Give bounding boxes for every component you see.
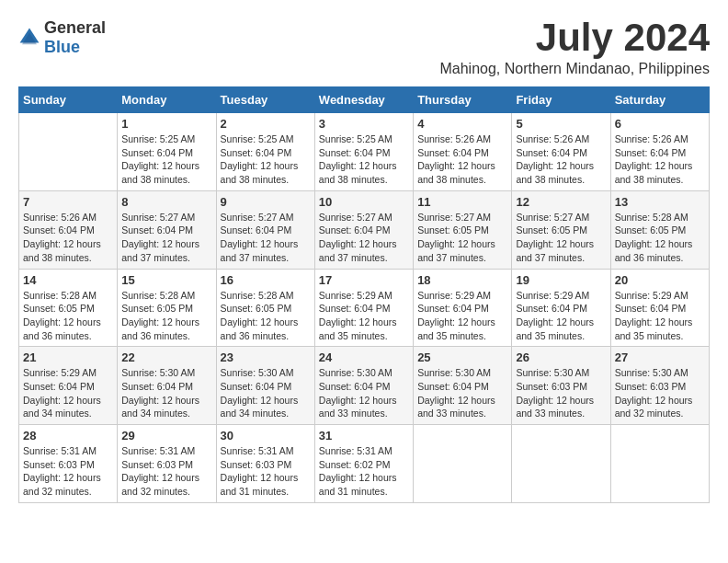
calendar-body: 1Sunrise: 5:25 AM Sunset: 6:04 PM Daylig…	[19, 113, 710, 503]
calendar-cell: 5Sunrise: 5:26 AM Sunset: 6:04 PM Daylig…	[512, 113, 610, 191]
calendar-cell: 15Sunrise: 5:28 AM Sunset: 6:05 PM Dayli…	[118, 269, 216, 347]
day-number: 21	[23, 350, 113, 364]
calendar-header-row: SundayMondayTuesdayWednesdayThursdayFrid…	[19, 87, 710, 113]
calendar-cell: 14Sunrise: 5:28 AM Sunset: 6:05 PM Dayli…	[19, 269, 118, 347]
calendar-cell: 26Sunrise: 5:30 AM Sunset: 6:03 PM Dayli…	[512, 347, 610, 425]
location-title: Mahinog, Northern Mindanao, Philippines	[439, 61, 710, 77]
day-number: 6	[615, 117, 705, 131]
day-info: Sunrise: 5:28 AM Sunset: 6:05 PM Dayligh…	[23, 289, 113, 343]
day-info: Sunrise: 5:29 AM Sunset: 6:04 PM Dayligh…	[319, 289, 409, 343]
day-number: 26	[516, 350, 606, 364]
day-info: Sunrise: 5:28 AM Sunset: 6:05 PM Dayligh…	[221, 289, 311, 343]
calendar-cell: 27Sunrise: 5:30 AM Sunset: 6:03 PM Dayli…	[610, 347, 709, 425]
logo-icon	[18, 27, 40, 49]
day-number: 18	[417, 273, 507, 287]
calendar-cell: 31Sunrise: 5:31 AM Sunset: 6:02 PM Dayli…	[314, 425, 413, 503]
day-info: Sunrise: 5:26 AM Sunset: 6:04 PM Dayligh…	[417, 132, 507, 187]
day-number: 7	[23, 195, 113, 209]
day-of-week-header: Tuesday	[216, 87, 314, 113]
day-number: 17	[319, 273, 409, 287]
day-info: Sunrise: 5:31 AM Sunset: 6:03 PM Dayligh…	[121, 444, 211, 499]
calendar-cell: 9Sunrise: 5:27 AM Sunset: 6:04 PM Daylig…	[216, 190, 314, 269]
day-number: 4	[417, 117, 507, 131]
title-section: July 2024 Mahinog, Northern Mindanao, Ph…	[439, 18, 710, 77]
day-info: Sunrise: 5:26 AM Sunset: 6:04 PM Dayligh…	[23, 211, 113, 265]
calendar-cell: 13Sunrise: 5:28 AM Sunset: 6:05 PM Dayli…	[610, 190, 709, 269]
calendar-cell: 22Sunrise: 5:30 AM Sunset: 6:04 PM Dayli…	[118, 347, 216, 425]
calendar-cell: 19Sunrise: 5:29 AM Sunset: 6:04 PM Dayli…	[512, 269, 610, 347]
day-info: Sunrise: 5:29 AM Sunset: 6:04 PM Dayligh…	[23, 366, 113, 420]
day-info: Sunrise: 5:26 AM Sunset: 6:04 PM Dayligh…	[516, 132, 606, 187]
page-header: General Blue July 2024 Mahinog, Northern…	[18, 18, 710, 77]
day-number: 28	[23, 429, 113, 442]
calendar-cell: 11Sunrise: 5:27 AM Sunset: 6:05 PM Dayli…	[414, 190, 512, 269]
day-number: 5	[516, 117, 606, 131]
day-info: Sunrise: 5:28 AM Sunset: 6:05 PM Dayligh…	[121, 289, 211, 343]
day-info: Sunrise: 5:29 AM Sunset: 6:04 PM Dayligh…	[615, 289, 705, 343]
calendar-cell: 3Sunrise: 5:25 AM Sunset: 6:04 PM Daylig…	[314, 113, 413, 191]
calendar-cell: 10Sunrise: 5:27 AM Sunset: 6:04 PM Dayli…	[314, 190, 413, 269]
day-number: 31	[319, 429, 409, 442]
calendar-cell	[19, 113, 118, 191]
logo-general: General	[44, 18, 106, 37]
calendar-cell: 2Sunrise: 5:25 AM Sunset: 6:04 PM Daylig…	[216, 113, 314, 191]
day-info: Sunrise: 5:25 AM Sunset: 6:04 PM Dayligh…	[121, 132, 211, 187]
day-of-week-header: Wednesday	[314, 87, 413, 113]
day-info: Sunrise: 5:27 AM Sunset: 6:05 PM Dayligh…	[417, 211, 507, 265]
day-info: Sunrise: 5:30 AM Sunset: 6:04 PM Dayligh…	[121, 366, 211, 420]
day-number: 13	[615, 195, 705, 209]
day-of-week-header: Monday	[118, 87, 216, 113]
day-of-week-header: Friday	[512, 87, 610, 113]
day-number: 9	[221, 195, 311, 209]
day-info: Sunrise: 5:29 AM Sunset: 6:04 PM Dayligh…	[516, 289, 606, 343]
day-info: Sunrise: 5:26 AM Sunset: 6:04 PM Dayligh…	[615, 132, 705, 187]
calendar-cell: 29Sunrise: 5:31 AM Sunset: 6:03 PM Dayli…	[118, 425, 216, 503]
day-info: Sunrise: 5:28 AM Sunset: 6:05 PM Dayligh…	[615, 211, 705, 265]
calendar-week-row: 1Sunrise: 5:25 AM Sunset: 6:04 PM Daylig…	[19, 113, 710, 191]
day-of-week-header: Saturday	[610, 87, 709, 113]
calendar-cell: 24Sunrise: 5:30 AM Sunset: 6:04 PM Dayli…	[314, 347, 413, 425]
day-number: 24	[319, 350, 409, 364]
day-number: 30	[221, 429, 311, 442]
month-title: July 2024	[439, 18, 710, 57]
day-info: Sunrise: 5:30 AM Sunset: 6:04 PM Dayligh…	[319, 366, 409, 420]
day-number: 15	[121, 273, 211, 287]
calendar-week-row: 28Sunrise: 5:31 AM Sunset: 6:03 PM Dayli…	[19, 425, 710, 503]
calendar-cell: 17Sunrise: 5:29 AM Sunset: 6:04 PM Dayli…	[314, 269, 413, 347]
calendar-cell: 30Sunrise: 5:31 AM Sunset: 6:03 PM Dayli…	[216, 425, 314, 503]
day-number: 11	[417, 195, 507, 209]
calendar-cell	[610, 425, 709, 503]
calendar-cell: 16Sunrise: 5:28 AM Sunset: 6:05 PM Dayli…	[216, 269, 314, 347]
day-number: 2	[221, 117, 311, 131]
day-number: 20	[615, 273, 705, 287]
day-of-week-header: Thursday	[414, 87, 512, 113]
day-number: 10	[319, 195, 409, 209]
logo: General Blue	[18, 18, 106, 57]
day-number: 1	[121, 117, 211, 131]
calendar-week-row: 14Sunrise: 5:28 AM Sunset: 6:05 PM Dayli…	[19, 269, 710, 347]
day-number: 14	[23, 273, 113, 287]
day-number: 19	[516, 273, 606, 287]
calendar-cell: 25Sunrise: 5:30 AM Sunset: 6:04 PM Dayli…	[414, 347, 512, 425]
day-number: 16	[221, 273, 311, 287]
day-info: Sunrise: 5:27 AM Sunset: 6:04 PM Dayligh…	[319, 211, 409, 265]
day-info: Sunrise: 5:25 AM Sunset: 6:04 PM Dayligh…	[319, 132, 409, 187]
calendar-cell	[414, 425, 512, 503]
day-of-week-header: Sunday	[19, 87, 118, 113]
calendar-cell: 21Sunrise: 5:29 AM Sunset: 6:04 PM Dayli…	[19, 347, 118, 425]
day-info: Sunrise: 5:25 AM Sunset: 6:04 PM Dayligh…	[221, 132, 311, 187]
day-number: 3	[319, 117, 409, 131]
day-info: Sunrise: 5:30 AM Sunset: 6:04 PM Dayligh…	[221, 366, 311, 420]
day-info: Sunrise: 5:30 AM Sunset: 6:04 PM Dayligh…	[417, 366, 507, 420]
day-info: Sunrise: 5:31 AM Sunset: 6:03 PM Dayligh…	[23, 444, 113, 499]
calendar-cell: 4Sunrise: 5:26 AM Sunset: 6:04 PM Daylig…	[414, 113, 512, 191]
calendar-cell: 12Sunrise: 5:27 AM Sunset: 6:05 PM Dayli…	[512, 190, 610, 269]
calendar-cell	[512, 425, 610, 503]
day-info: Sunrise: 5:27 AM Sunset: 6:04 PM Dayligh…	[221, 211, 311, 265]
day-number: 23	[221, 350, 311, 364]
logo-text: General Blue	[44, 18, 106, 57]
calendar-cell: 23Sunrise: 5:30 AM Sunset: 6:04 PM Dayli…	[216, 347, 314, 425]
calendar-week-row: 21Sunrise: 5:29 AM Sunset: 6:04 PM Dayli…	[19, 347, 710, 425]
calendar-cell: 20Sunrise: 5:29 AM Sunset: 6:04 PM Dayli…	[610, 269, 709, 347]
day-info: Sunrise: 5:30 AM Sunset: 6:03 PM Dayligh…	[615, 366, 705, 420]
